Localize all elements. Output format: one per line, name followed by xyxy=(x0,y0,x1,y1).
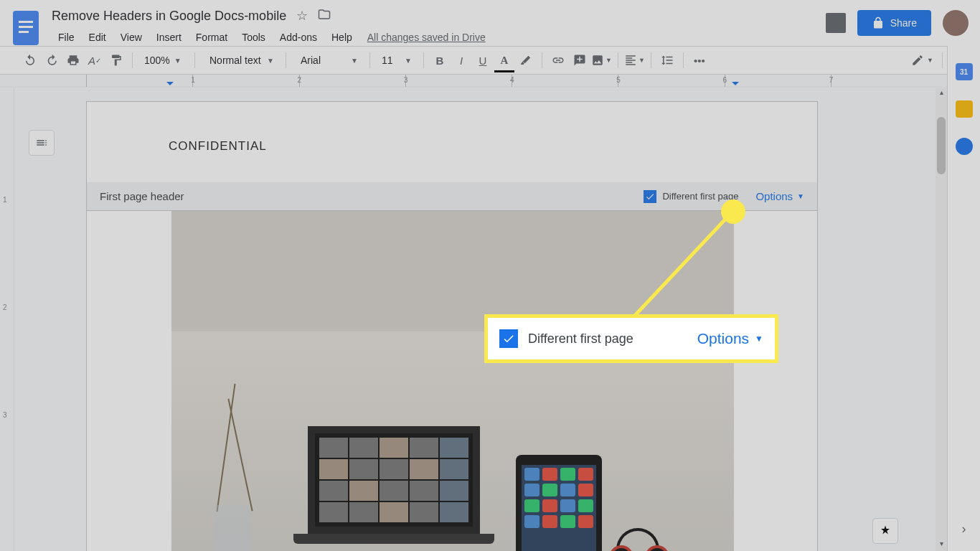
tasks-app-icon[interactable] xyxy=(956,138,973,155)
header-text-confidential[interactable]: CONFIDENTIAL xyxy=(169,139,267,154)
document-title[interactable]: Remove Headers in Google Docs-mobile xyxy=(52,9,286,24)
calendar-app-icon[interactable] xyxy=(956,63,973,80)
highlight-icon[interactable] xyxy=(516,50,536,70)
explore-button-icon[interactable] xyxy=(872,518,898,544)
linespacing-icon[interactable] xyxy=(657,50,677,70)
header-options-dropdown[interactable]: Options▼ xyxy=(755,190,804,202)
header-control-bar: First page header Different first page O… xyxy=(87,182,817,211)
sidepanel-expand-icon[interactable]: › xyxy=(962,522,966,537)
menu-file[interactable]: File xyxy=(52,29,81,46)
share-button[interactable]: Share xyxy=(857,10,931,36)
callout-checkbox-icon xyxy=(499,329,518,348)
callout-options-label: Options▼ xyxy=(697,330,763,347)
menu-tools[interactable]: Tools xyxy=(235,29,272,46)
vertical-ruler[interactable]: 1 2 3 xyxy=(0,88,14,551)
scroll-up-icon[interactable]: ▴ xyxy=(936,88,947,100)
toolbar: A✓ 100%▼ Normal text▼ Arial▼ 11▼ B I U A… xyxy=(0,46,980,75)
horizontal-ruler[interactable]: 1 2 3 4 5 6 7 xyxy=(0,75,980,88)
fontsize-dropdown[interactable]: 11▼ xyxy=(376,55,418,66)
editing-mode-icon[interactable]: ▼ xyxy=(911,50,933,70)
underline-icon[interactable]: U xyxy=(473,50,493,70)
svg-rect-1 xyxy=(19,21,33,23)
more-icon[interactable]: ••• xyxy=(689,50,710,70)
docs-logo-icon[interactable] xyxy=(11,9,40,47)
svg-rect-3 xyxy=(19,31,29,33)
menu-format[interactable]: Format xyxy=(189,29,234,46)
annotation-callout: Different first page Options▼ xyxy=(484,314,778,363)
star-icon[interactable]: ☆ xyxy=(296,8,308,24)
comments-icon[interactable] xyxy=(826,13,846,33)
bold-icon[interactable]: B xyxy=(430,50,450,70)
different-first-page-checkbox[interactable] xyxy=(644,190,656,203)
comment-icon[interactable] xyxy=(570,50,590,70)
print-icon[interactable] xyxy=(63,50,83,70)
vertical-scrollbar[interactable]: ▴ ▾ xyxy=(936,88,947,551)
menu-addons[interactable]: Add-ons xyxy=(273,29,324,46)
document-body-image[interactable] xyxy=(171,211,734,551)
menu-help[interactable]: Help xyxy=(325,29,359,46)
save-status[interactable]: All changes saved in Drive xyxy=(367,32,486,43)
title-bar: Remove Headers in Google Docs-mobile ☆ F… xyxy=(0,0,980,46)
menu-view[interactable]: View xyxy=(114,29,149,46)
different-first-page-label: Different first page xyxy=(662,191,738,202)
callout-checkbox-label: Different first page xyxy=(528,331,633,347)
header-bar-label: First page header xyxy=(100,190,184,202)
user-avatar[interactable] xyxy=(943,10,969,36)
text-color-icon[interactable]: A xyxy=(494,50,514,70)
document-workspace: 1 2 3 CONFIDENTIAL First page header Dif… xyxy=(0,88,936,551)
redo-icon[interactable] xyxy=(42,50,62,70)
menu-bar: File Edit View Insert Format Tools Add-o… xyxy=(52,27,826,47)
svg-rect-2 xyxy=(19,26,33,28)
font-dropdown[interactable]: Arial▼ xyxy=(292,55,364,66)
link-icon[interactable] xyxy=(548,50,568,70)
scrollbar-thumb[interactable] xyxy=(937,117,946,174)
annotation-highlight-dot xyxy=(721,199,745,224)
paint-format-icon[interactable] xyxy=(106,50,126,70)
align-icon[interactable]: ▼ xyxy=(624,50,645,70)
share-label: Share xyxy=(890,17,917,29)
style-dropdown[interactable]: Normal text▼ xyxy=(201,55,280,66)
zoom-dropdown[interactable]: 100%▼ xyxy=(138,55,189,66)
scroll-down-icon[interactable]: ▾ xyxy=(936,540,947,551)
italic-icon[interactable]: I xyxy=(451,50,471,70)
side-panel: › xyxy=(947,46,980,551)
spellcheck-icon[interactable]: A✓ xyxy=(85,50,105,70)
move-folder-icon[interactable] xyxy=(318,8,331,24)
menu-insert[interactable]: Insert xyxy=(150,29,188,46)
menu-edit[interactable]: Edit xyxy=(83,29,113,46)
outline-toggle-icon[interactable] xyxy=(29,130,55,156)
image-icon[interactable]: ▼ xyxy=(591,50,612,70)
undo-icon[interactable] xyxy=(20,50,40,70)
keep-app-icon[interactable] xyxy=(956,100,973,118)
